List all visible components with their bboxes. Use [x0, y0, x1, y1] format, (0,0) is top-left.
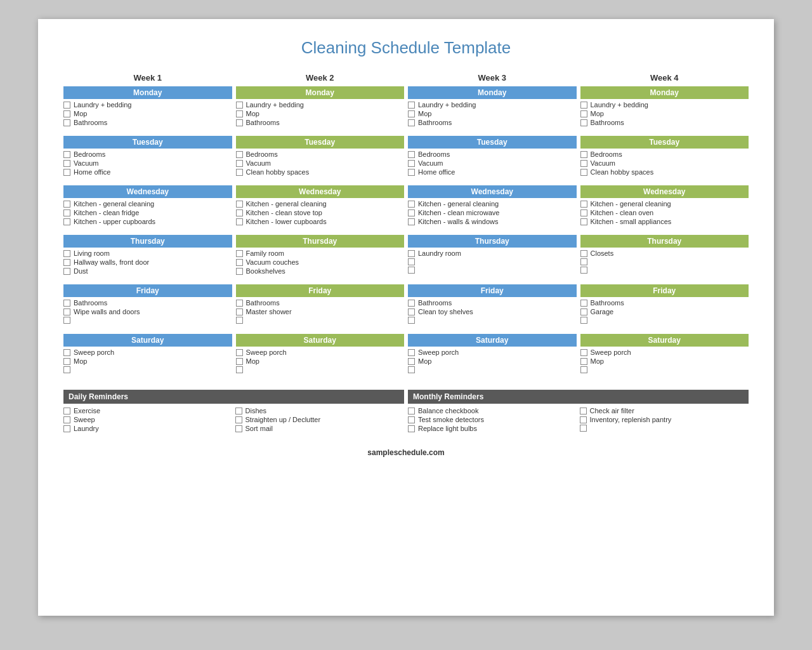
task-checkbox[interactable] [63, 209, 70, 216]
task-text: Hallway walls, front door [74, 258, 149, 266]
task-checkbox-empty[interactable] [63, 317, 70, 324]
task-checkbox[interactable] [63, 349, 70, 356]
task-checkbox[interactable] [408, 209, 415, 216]
task-checkbox[interactable] [408, 151, 415, 158]
task-checkbox[interactable] [236, 160, 243, 167]
task-checkbox[interactable] [63, 102, 70, 109]
task-checkbox[interactable] [236, 268, 243, 275]
task-checkbox[interactable] [580, 218, 587, 225]
task-checkbox-empty[interactable] [408, 258, 415, 265]
task-checkbox[interactable] [580, 201, 587, 208]
task-checkbox[interactable] [408, 160, 415, 167]
task-checkbox[interactable] [63, 259, 70, 266]
task-checkbox[interactable] [63, 268, 70, 275]
task-checkbox[interactable] [63, 218, 70, 225]
reminder-checkbox[interactable] [235, 425, 242, 432]
task-checkbox[interactable] [63, 250, 70, 257]
reminder-checkbox[interactable] [408, 408, 415, 415]
task-checkbox[interactable] [236, 209, 243, 216]
task-checkbox[interactable] [580, 209, 587, 216]
task-checkbox-empty[interactable] [580, 258, 587, 265]
task-checkbox-empty[interactable] [580, 267, 587, 274]
task-checkbox[interactable] [408, 250, 415, 257]
task-checkbox[interactable] [236, 218, 243, 225]
reminder-checkbox[interactable] [63, 425, 70, 432]
task-text: Clean toy shelves [418, 308, 473, 315]
task-checkbox[interactable] [408, 169, 415, 176]
task-checkbox[interactable] [63, 160, 70, 167]
task-checkbox[interactable] [236, 300, 243, 307]
task-checkbox[interactable] [408, 218, 415, 225]
task-checkbox[interactable] [580, 250, 587, 257]
task-checkbox[interactable] [408, 110, 415, 117]
task-checkbox-empty[interactable] [408, 317, 415, 324]
task-checkbox[interactable] [580, 151, 587, 158]
task-checkbox[interactable] [236, 119, 243, 126]
task-checkbox-empty[interactable] [236, 366, 243, 373]
task-text: Garage [591, 308, 614, 315]
list-item-empty [408, 366, 577, 374]
task-checkbox[interactable] [63, 201, 70, 208]
task-checkbox[interactable] [408, 358, 415, 365]
task-checkbox[interactable] [236, 102, 243, 109]
reminder-checkbox[interactable] [235, 416, 242, 423]
task-checkbox-empty[interactable] [580, 366, 587, 373]
task-checkbox[interactable] [236, 201, 243, 208]
reminder-checkbox[interactable] [63, 416, 70, 423]
task-checkbox[interactable] [236, 308, 243, 315]
task-checkbox[interactable] [63, 151, 70, 158]
week2-friday-section: FridayBathroomsMaster shower [236, 284, 405, 331]
task-text: Family room [246, 249, 285, 257]
task-checkbox[interactable] [63, 308, 70, 315]
task-checkbox-empty[interactable] [63, 366, 70, 373]
reminder-checkbox[interactable] [235, 408, 242, 415]
task-checkbox[interactable] [63, 300, 70, 307]
task-checkbox[interactable] [63, 169, 70, 176]
task-checkbox[interactable] [236, 250, 243, 257]
reminder-checkbox[interactable] [580, 408, 587, 415]
task-checkbox[interactable] [408, 300, 415, 307]
task-checkbox[interactable] [580, 349, 587, 356]
task-checkbox[interactable] [408, 201, 415, 208]
task-checkbox[interactable] [408, 308, 415, 315]
task-checkbox[interactable] [580, 358, 587, 365]
reminder-checkbox[interactable] [63, 408, 70, 415]
week1-tuesday-header: Tuesday [63, 136, 232, 149]
week2-monday-tasks: Laundry + beddingMopBathrooms [236, 100, 405, 133]
task-checkbox-empty[interactable] [408, 366, 415, 373]
task-checkbox[interactable] [63, 110, 70, 117]
task-checkbox[interactable] [580, 110, 587, 117]
reminder-checkbox[interactable] [580, 416, 587, 423]
task-text: Laundry + bedding [74, 101, 131, 109]
task-checkbox[interactable] [580, 308, 587, 315]
task-checkbox-empty[interactable] [580, 317, 587, 324]
task-checkbox[interactable] [236, 151, 243, 158]
task-checkbox[interactable] [580, 102, 587, 109]
reminder-checkbox[interactable] [408, 416, 415, 423]
task-checkbox[interactable] [580, 169, 587, 176]
list-item: Wipe walls and doors [63, 307, 232, 316]
task-checkbox[interactable] [580, 300, 587, 307]
task-checkbox[interactable] [236, 358, 243, 365]
week1-saturday-header: Saturday [63, 334, 232, 347]
reminder-checkbox-empty[interactable] [580, 425, 587, 432]
task-checkbox[interactable] [408, 349, 415, 356]
task-checkbox[interactable] [408, 102, 415, 109]
task-checkbox-empty[interactable] [408, 267, 415, 274]
task-checkbox[interactable] [63, 358, 70, 365]
task-text: Wipe walls and doors [74, 308, 140, 315]
daily-reminders-header: Daily Reminders [63, 390, 404, 404]
reminder-checkbox[interactable] [408, 425, 415, 432]
task-checkbox[interactable] [236, 349, 243, 356]
list-item: Kitchen - small appliances [580, 217, 749, 226]
task-checkbox[interactable] [236, 169, 243, 176]
task-checkbox[interactable] [580, 119, 587, 126]
list-item: Bedrooms [580, 150, 749, 159]
task-checkbox[interactable] [236, 259, 243, 266]
task-checkbox[interactable] [580, 160, 587, 167]
task-checkbox-empty[interactable] [236, 317, 243, 324]
task-checkbox[interactable] [408, 119, 415, 126]
week3-saturday-section: SaturdaySweep porchMop [408, 334, 577, 381]
task-checkbox[interactable] [63, 119, 70, 126]
task-checkbox[interactable] [236, 110, 243, 117]
